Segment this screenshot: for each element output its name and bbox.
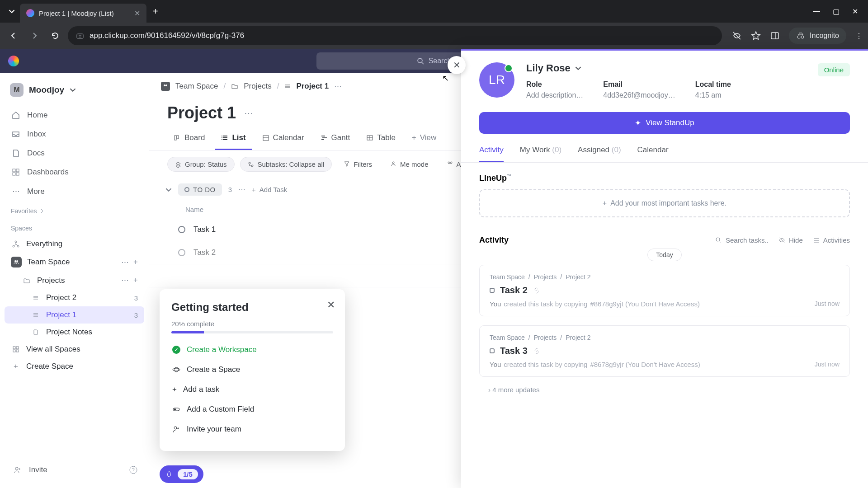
- svg-rect-0: [77, 34, 83, 38]
- subtasks-chip[interactable]: Subtasks: Collapse all: [240, 157, 332, 172]
- minimize-icon[interactable]: ―: [813, 7, 820, 16]
- close-window-icon[interactable]: ✕: [852, 7, 858, 16]
- tab-label: My Work: [520, 145, 550, 154]
- group-chip[interactable]: Group: Status: [167, 157, 235, 172]
- more-icon[interactable]: ⋯: [244, 108, 253, 118]
- profile-name[interactable]: Lily Rose: [526, 62, 850, 74]
- sidebar-item-create-space[interactable]: +Create Space: [5, 358, 144, 375]
- browser-menu-icon[interactable]: ⋮: [855, 32, 863, 40]
- invite-button[interactable]: Invite: [11, 463, 49, 477]
- grid-icon: [11, 346, 21, 353]
- bookmark-star-icon[interactable]: [751, 31, 761, 41]
- sidebar-item-project1[interactable]: Project 13: [5, 306, 144, 324]
- tab-calendar[interactable]: Calendar: [256, 127, 311, 150]
- reload-button[interactable]: [47, 28, 63, 44]
- new-tab-button[interactable]: +: [146, 6, 165, 17]
- activity-card[interactable]: Team Space/Projects/Project 2 Task 3 Jus…: [479, 325, 850, 377]
- more-icon[interactable]: ⋯: [121, 276, 129, 285]
- team-icon: [161, 82, 170, 91]
- add-task-button[interactable]: +Add Task: [252, 186, 287, 193]
- list-icon: [221, 134, 228, 141]
- help-icon[interactable]: [129, 465, 138, 474]
- breadcrumb-folder[interactable]: Projects: [244, 82, 271, 91]
- status-pill[interactable]: TO DO: [178, 183, 222, 196]
- onboarding-item-field[interactable]: Add a Custom Field: [171, 399, 333, 419]
- tab-list[interactable]: List: [215, 127, 252, 150]
- sidebar-item-everything[interactable]: Everything: [5, 235, 144, 253]
- sidebar-item-project-notes[interactable]: Project Notes: [5, 324, 144, 341]
- onboarding-item-workspace[interactable]: ✓Create a Workspace: [171, 340, 333, 360]
- link-icon[interactable]: [533, 287, 540, 294]
- onboarding-item-invite[interactable]: Invite your team: [171, 419, 333, 439]
- tab-table[interactable]: Table: [360, 127, 402, 150]
- plus-icon: +: [252, 186, 256, 193]
- filters-button[interactable]: Filters: [337, 157, 378, 171]
- breadcrumb-space[interactable]: Team Space: [175, 82, 218, 91]
- sidebar-item-team-space[interactable]: Team Space⋯+: [5, 253, 144, 272]
- plus-icon[interactable]: +: [133, 276, 138, 285]
- activity-filter[interactable]: Activities: [813, 236, 850, 244]
- svg-point-5: [797, 36, 800, 38]
- tab-gantt[interactable]: Gantt: [314, 127, 357, 150]
- subtask-icon: [248, 161, 254, 168]
- sidebar-item-more[interactable]: ⋯More: [5, 182, 144, 201]
- tab-mywork[interactable]: My Work (0): [520, 145, 561, 162]
- sidebar-item-project2[interactable]: Project 23: [5, 289, 144, 306]
- maximize-icon[interactable]: ▢: [833, 7, 840, 16]
- more-icon[interactable]: ⋯: [121, 258, 129, 267]
- more-icon[interactable]: ⋯: [238, 185, 245, 194]
- role-value[interactable]: Add description…: [526, 91, 583, 99]
- section-title: Favorites: [11, 207, 37, 215]
- more-updates-link[interactable]: › 4 more updates: [488, 386, 841, 394]
- tab-search-dropdown[interactable]: [4, 3, 20, 19]
- forward-button[interactable]: [26, 28, 42, 44]
- sidebar-item-inbox[interactable]: Inbox: [5, 125, 144, 144]
- workspace-switcher[interactable]: M Moodjoy: [5, 80, 144, 100]
- plus-icon[interactable]: +: [133, 258, 138, 267]
- sidebar-item-projects-folder[interactable]: Projects⋯+: [5, 272, 144, 289]
- side-panel-icon[interactable]: [770, 31, 780, 41]
- count-badge: 3: [134, 311, 138, 319]
- me-mode-button[interactable]: Me mode: [384, 157, 435, 171]
- day-divider: Today: [461, 251, 868, 258]
- tab-activity[interactable]: Activity: [479, 145, 504, 162]
- profile-avatar[interactable]: LR: [479, 62, 514, 98]
- onboarding-progress-pill[interactable]: 1/5: [160, 465, 203, 483]
- tab-close-icon[interactable]: ✕: [134, 9, 140, 18]
- incognito-badge[interactable]: Incognito: [789, 28, 846, 44]
- onboarding-item-task[interactable]: +Add a task: [171, 380, 333, 399]
- browser-tab[interactable]: Project 1 | Moodjoy (List) ✕: [20, 4, 146, 23]
- activity-search[interactable]: Search tasks..: [715, 236, 769, 244]
- lineup-add-box[interactable]: + Add your most important tasks here.: [479, 189, 850, 217]
- add-view-button[interactable]: +View: [406, 127, 443, 150]
- clickup-logo-icon[interactable]: [8, 56, 19, 66]
- status-circle-icon[interactable]: [178, 249, 185, 256]
- filter-icon: [344, 160, 350, 167]
- url-bar[interactable]: app.clickup.com/9016164592/v/l/8cpfg7g-3…: [68, 26, 722, 45]
- activity-hide[interactable]: Hide: [778, 236, 803, 244]
- sidebar-item-docs[interactable]: Docs: [5, 144, 144, 163]
- onboarding-item-space[interactable]: Create a Space: [171, 360, 333, 380]
- site-info-icon[interactable]: [76, 32, 84, 40]
- breadcrumb-list[interactable]: Project 1: [296, 82, 329, 91]
- collapse-group-icon[interactable]: [165, 187, 172, 193]
- favorites-section[interactable]: Favorites: [5, 201, 144, 218]
- popup-close-icon[interactable]: ✕: [327, 299, 335, 311]
- tab-calendar[interactable]: Calendar: [637, 145, 669, 162]
- sidebar-item-dashboards[interactable]: Dashboards: [5, 163, 144, 182]
- back-button[interactable]: [5, 28, 22, 44]
- activity-card[interactable]: Team Space/Projects/Project 2 Task 2 Jus…: [479, 265, 850, 316]
- activity-task-name[interactable]: Task 3: [500, 346, 528, 356]
- tab-board[interactable]: Board: [167, 127, 211, 150]
- sidebar-item-home[interactable]: Home: [5, 106, 144, 125]
- link-icon[interactable]: [533, 347, 540, 355]
- hide-label: Hide: [789, 236, 803, 244]
- status-circle-icon[interactable]: [178, 226, 185, 233]
- more-icon[interactable]: ⋯: [334, 81, 342, 91]
- view-standup-button[interactable]: ✦View StandUp: [479, 112, 850, 134]
- svg-point-55: [450, 162, 452, 164]
- activity-task-name[interactable]: Task 2: [500, 285, 528, 296]
- eye-off-icon[interactable]: [732, 31, 742, 41]
- tab-assigned[interactable]: Assigned (0): [578, 145, 621, 162]
- sidebar-item-view-all-spaces[interactable]: View all Spaces: [5, 341, 144, 358]
